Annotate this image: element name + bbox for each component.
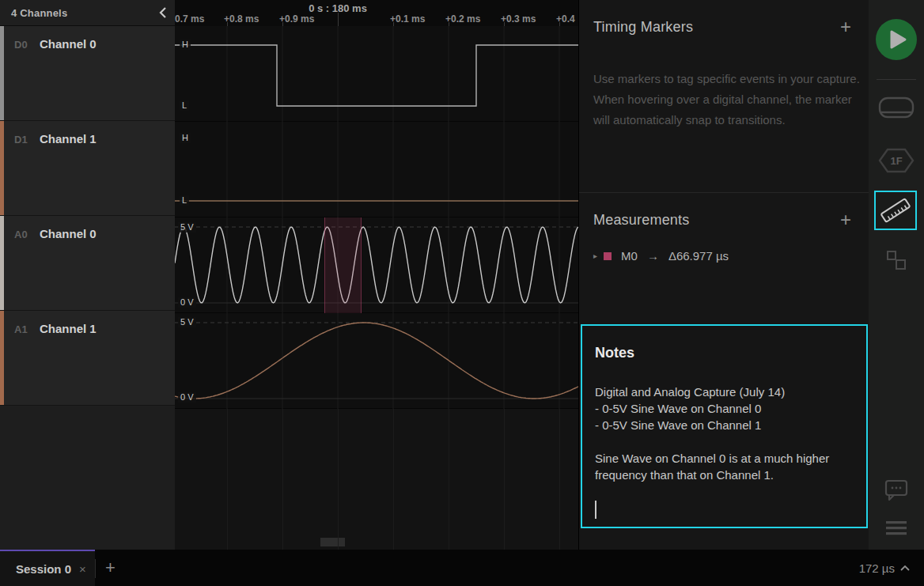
measurement-value: Δ66.977 µs [668, 249, 729, 263]
channel-row-d0[interactable]: D0 Channel 0 [0, 26, 175, 121]
channel-color-strip [0, 121, 4, 215]
measurement-name: M0 [621, 249, 638, 263]
session-tab-label: Session 0 [16, 562, 71, 576]
channel-row-a1[interactable]: A1 Channel 1 [0, 311, 175, 406]
chevron-up-icon [900, 565, 910, 571]
timeline-ruler[interactable]: 0 s : 180 ms 0.7 ms +0.8 ms +0.9 ms +0.1… [175, 0, 578, 26]
channel-name[interactable]: Channel 1 [40, 132, 97, 146]
channel-id: D0 [14, 39, 28, 51]
level-low-label: L [180, 195, 189, 206]
logic-analyzer-app: 4 Channels D0 Channel 0 D1 Channel 1 A0 … [0, 0, 924, 586]
add-measurement-button[interactable]: + [840, 212, 851, 228]
measurement-color-swatch [604, 252, 612, 260]
horizontal-scrollbar[interactable] [320, 538, 345, 546]
add-session-button[interactable]: + [105, 550, 116, 586]
notes-panel[interactable]: Notes Digital and Analog Capture (July 1… [581, 324, 868, 528]
measurement-region-m0[interactable] [324, 217, 362, 313]
timeline-tick: +0.2 ms [445, 13, 480, 25]
device-icon [878, 96, 915, 122]
right-toolbar: 1F [869, 0, 924, 550]
channel-id: D1 [14, 134, 28, 146]
timing-markers-section: Timing Markers + Use markers to tag spec… [579, 0, 869, 130]
level-high-label: H [180, 133, 191, 143]
extensions-button[interactable] [884, 249, 909, 274]
channels-sidebar: 4 Channels D0 Channel 0 D1 Channel 1 A0 … [0, 0, 175, 550]
analog-lane-a0[interactable]: 5 V 0 V [175, 217, 578, 313]
hex-1f-icon: 1F [878, 148, 915, 173]
digital-lane-d0[interactable]: H L [175, 26, 578, 122]
collapse-sidebar-icon[interactable] [159, 7, 167, 18]
session-bar: Session 0 × + 172 µs [0, 550, 924, 586]
waveform-area[interactable]: 0 s : 180 ms 0.7 ms +0.8 ms +0.9 ms +0.1… [175, 0, 578, 550]
timing-markers-description: Use markers to tag specific events in yo… [593, 69, 862, 130]
layout-blocks-icon [884, 249, 909, 274]
timeline-tick: +0.3 ms [501, 13, 536, 25]
measurements-title: Measurements [593, 212, 689, 229]
menu-icon [885, 520, 907, 536]
channels-header: 4 Channels [0, 0, 175, 26]
device-settings-button[interactable] [878, 96, 915, 122]
channel-row-d1[interactable]: D1 Channel 1 [0, 121, 175, 216]
side-panel: Timing Markers + Use markers to tag spec… [578, 0, 869, 550]
timeline-tick: +0.9 ms [279, 13, 314, 25]
tab-divider [95, 559, 96, 578]
start-capture-button[interactable] [876, 19, 917, 60]
timing-markers-title: Timing Markers [593, 19, 693, 36]
feedback-button[interactable] [884, 479, 908, 501]
channels-count-label: 4 Channels [11, 7, 67, 19]
channel-color-strip [0, 311, 4, 405]
chat-bubble-icon [884, 479, 908, 501]
analog-lane-a1[interactable]: 5 V 0 V [175, 313, 578, 409]
voltage-high-label: 5 V [178, 317, 196, 327]
channel-row-a0[interactable]: A0 Channel 0 [0, 216, 175, 311]
channel-name[interactable]: Channel 1 [40, 322, 97, 335]
main-menu-button[interactable] [885, 520, 907, 536]
channel-id: A1 [14, 323, 28, 335]
empty-capture-area [175, 409, 578, 550]
notes-editor[interactable]: Digital and Analog Capture (July 14) - 0… [595, 384, 850, 483]
timeline-tick: +0.1 ms [390, 13, 425, 25]
digital-lane-d1[interactable]: H L [175, 122, 578, 217]
voltage-low-label: 0 V [178, 297, 196, 308]
measurements-tool-button[interactable] [874, 191, 917, 230]
ruler-icon [878, 195, 913, 225]
capture-duration-value: 172 µs [859, 561, 895, 575]
notes-title: Notes [595, 345, 850, 361]
channel-color-strip [0, 216, 4, 310]
voltage-low-label: 0 V [178, 392, 196, 403]
waveform-lanes: H L H L 5 V 0 V 5 V 0 V [175, 26, 578, 409]
measurement-row-m0[interactable]: ▸ M0 → Δ66.977 µs [593, 249, 851, 263]
toolbar-divider [877, 79, 916, 80]
analyzers-button[interactable]: 1F [878, 148, 915, 173]
level-low-label: L [180, 100, 189, 111]
play-icon [876, 19, 917, 60]
add-timing-marker-button[interactable]: + [840, 19, 851, 35]
expand-icon[interactable]: ▸ [593, 251, 597, 260]
session-tab[interactable]: Session 0 × [0, 550, 95, 586]
channel-name[interactable]: Channel 0 [40, 227, 97, 240]
level-high-label: H [180, 40, 191, 50]
capture-duration-control[interactable]: 172 µs [859, 550, 910, 586]
voltage-high-label: 5 V [178, 222, 196, 233]
channel-name[interactable]: Channel 0 [40, 37, 97, 51]
close-session-icon[interactable]: × [79, 562, 86, 576]
channel-color-strip [0, 26, 4, 120]
svg-text:1F: 1F [890, 155, 902, 167]
timeline-tick: 0.7 ms [175, 13, 204, 25]
arrow-right-icon: → [647, 249, 659, 263]
channel-id: A0 [14, 229, 28, 240]
timeline-tick: +0.8 ms [224, 13, 259, 25]
text-cursor [595, 501, 596, 519]
measurements-section: Measurements + ▸ M0 → Δ66.977 µs [579, 193, 869, 263]
